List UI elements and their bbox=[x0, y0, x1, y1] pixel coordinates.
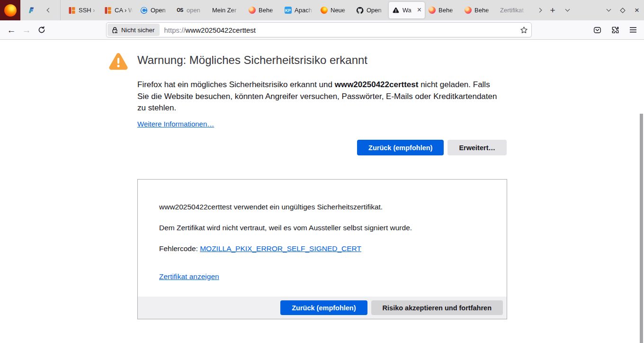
intro-paragraph: Firefox hat ein mögliches Sicherheitsris… bbox=[137, 79, 503, 114]
url-scheme: https:// bbox=[164, 26, 186, 34]
forward-arrow-icon: → bbox=[22, 26, 31, 35]
tab-label: Wa bbox=[402, 7, 414, 14]
maximize-icon bbox=[620, 8, 625, 13]
pinned-tab[interactable] bbox=[20, 0, 42, 20]
tab[interactable]: Behe bbox=[461, 0, 497, 20]
cert-invalid-text: www20250422certtest verwendet ein ungült… bbox=[159, 203, 383, 211]
error-page: Warnung: Mögliches Sicherheitsrisiko erk… bbox=[0, 40, 644, 343]
reload-icon bbox=[38, 26, 45, 34]
minimize-icon bbox=[606, 7, 611, 12]
advanced-panel: www20250422certtest verwendet ein ungült… bbox=[137, 179, 507, 319]
tab[interactable]: Zertifikat bbox=[497, 0, 533, 20]
hamburger-menu-icon bbox=[629, 27, 637, 33]
forward-button[interactable]: → bbox=[19, 23, 34, 37]
tab[interactable]: Mein Zer bbox=[209, 0, 245, 20]
tab-active[interactable]: Wa× bbox=[389, 2, 425, 18]
fx-support-favicon bbox=[248, 7, 256, 14]
extensions-button[interactable] bbox=[608, 23, 622, 37]
tab[interactable]: OSopen bbox=[173, 0, 209, 20]
tab-label: Open bbox=[151, 7, 170, 14]
tab[interactable]: CA › W bbox=[101, 0, 137, 20]
brick-favicon bbox=[68, 7, 76, 14]
navigation-toolbar: ← → Nicht sicher https://www20250422cert… bbox=[0, 20, 644, 40]
error-code-label: Fehlercode: bbox=[159, 244, 200, 253]
fx-support-favicon bbox=[464, 7, 472, 14]
fx-support-favicon bbox=[428, 7, 436, 14]
star-icon bbox=[520, 26, 528, 34]
tab-close-button[interactable]: × bbox=[417, 6, 421, 15]
warning-dark-favicon bbox=[392, 7, 400, 14]
accept-risk-button[interactable]: Risiko akzeptieren und fortfahren bbox=[371, 300, 503, 315]
back-arrow-icon: ← bbox=[7, 26, 16, 35]
window-close-button[interactable]: × bbox=[631, 5, 643, 16]
chevron-down-icon bbox=[565, 7, 570, 12]
tab-label: Behe bbox=[259, 7, 277, 14]
back-button[interactable]: ← bbox=[4, 23, 19, 37]
pinned-tab-favicon bbox=[27, 7, 35, 14]
error-code-line: Fehlercode: MOZILLA_PKIX_ERROR_SELF_SIGN… bbox=[159, 244, 361, 253]
tab-label: Zertifikat bbox=[500, 7, 529, 14]
tab[interactable]: Behe bbox=[425, 0, 461, 20]
url-text: https://www20250422certtest bbox=[164, 26, 517, 34]
firefox-logo-icon bbox=[4, 4, 17, 17]
firefox-favicon bbox=[320, 7, 328, 14]
learn-more-link[interactable]: Weitere Informationen… bbox=[137, 120, 214, 128]
github-favicon bbox=[356, 7, 364, 14]
tab[interactable]: SSH › bbox=[65, 0, 101, 20]
tab-label: Behe bbox=[474, 7, 493, 14]
tab-label: Neue bbox=[331, 7, 349, 14]
advanced-button[interactable]: Erweitert… bbox=[447, 140, 507, 155]
tab-label: Mein Zer bbox=[212, 7, 242, 14]
new-tab-button[interactable]: + bbox=[546, 0, 559, 20]
site-security-chip[interactable]: Nicht sicher bbox=[107, 24, 160, 36]
view-certificate-link[interactable]: Zertifikat anzeigen bbox=[159, 272, 219, 281]
panel-footer: Zurück (empfohlen) Risiko akzeptieren un… bbox=[138, 297, 507, 319]
tab-label: CA › W bbox=[115, 7, 134, 14]
error-code-link[interactable]: MOZILLA_PKIX_ERROR_SELF_SIGNED_CERT bbox=[200, 244, 361, 253]
tab[interactable]: Open bbox=[353, 0, 389, 20]
tab-strip: SSH ›CA › WOpenOSopenMein ZerBeheKPApach… bbox=[65, 0, 533, 20]
tab[interactable]: Open bbox=[137, 0, 173, 20]
close-icon: × bbox=[635, 6, 639, 14]
brick-favicon bbox=[104, 7, 112, 14]
window-controls: × bbox=[575, 0, 644, 20]
go-back-button[interactable]: Zurück (empfohlen) bbox=[357, 140, 444, 155]
tab[interactable]: KPApach bbox=[281, 0, 317, 20]
scroll-tabs-left-button[interactable] bbox=[42, 0, 55, 20]
page-scrollbar-thumb[interactable] bbox=[640, 114, 643, 343]
list-all-tabs-button[interactable] bbox=[559, 0, 575, 20]
app-menu-button[interactable] bbox=[626, 23, 640, 37]
tab-bar: SSH ›CA › WOpenOSopenMein ZerBeheKPApach… bbox=[0, 0, 644, 20]
cert-reason-text: Dem Zertifikat wird nicht vertraut, weil… bbox=[159, 224, 412, 232]
scroll-tabs-right-button[interactable] bbox=[533, 0, 546, 20]
intro-hostname: www20250422certtest bbox=[335, 80, 419, 89]
url-host: www20250422certtest bbox=[186, 26, 256, 34]
tab-label: Apach bbox=[295, 7, 313, 14]
tab[interactable]: Neue bbox=[317, 0, 353, 20]
reload-button[interactable] bbox=[34, 23, 49, 37]
firefox-logo-corner bbox=[0, 0, 20, 20]
insecure-lock-icon bbox=[111, 27, 118, 34]
warning-triangle-icon bbox=[108, 53, 129, 72]
panel-go-back-button[interactable]: Zurück (empfohlen) bbox=[280, 300, 367, 315]
chevron-left-icon bbox=[46, 8, 51, 13]
tab-label: SSH › bbox=[79, 7, 98, 14]
window-minimize-button[interactable] bbox=[603, 5, 614, 16]
kp-favicon: KP bbox=[284, 7, 292, 14]
tab[interactable]: Behe bbox=[245, 0, 281, 20]
page-title: Warnung: Mögliches Sicherheitsrisiko erk… bbox=[137, 54, 367, 67]
puzzle-piece-icon bbox=[611, 26, 619, 34]
chevron-right-icon bbox=[537, 8, 542, 13]
tab-strip-divider bbox=[60, 0, 61, 20]
top-button-row: Zurück (empfohlen) Erweitert… bbox=[357, 140, 507, 155]
pocket-button[interactable] bbox=[590, 23, 604, 37]
url-bar[interactable]: Nicht sicher https://www20250422certtest bbox=[106, 22, 532, 37]
bookmark-star-button[interactable] bbox=[517, 24, 530, 36]
os-favicon: OS bbox=[176, 7, 184, 14]
security-chip-label: Nicht sicher bbox=[121, 27, 155, 34]
window-maximize-button[interactable] bbox=[617, 5, 628, 16]
toolbar-right-icons bbox=[590, 23, 640, 37]
tab-label: Open bbox=[367, 7, 385, 14]
tab-label: open bbox=[187, 7, 206, 14]
intro-text-before: Firefox hat ein mögliches Sicherheitsris… bbox=[137, 80, 335, 89]
